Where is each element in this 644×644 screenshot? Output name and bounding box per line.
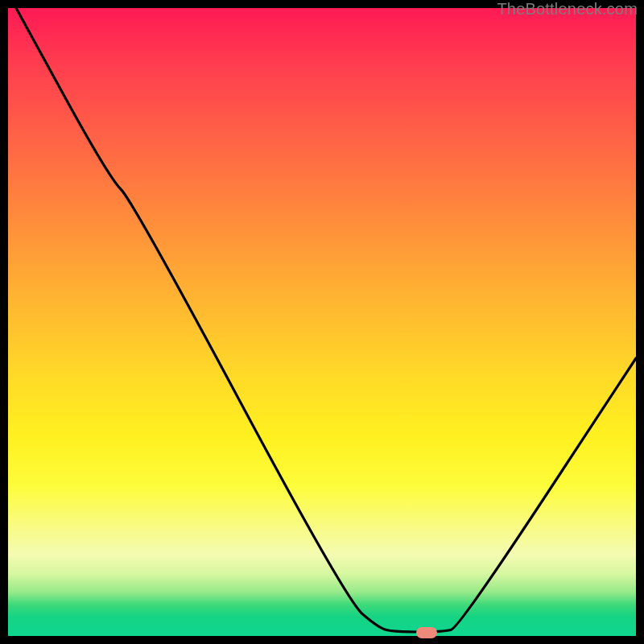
- chart-container: TheBottleneck.com: [0, 0, 644, 644]
- optimal-marker: [416, 627, 437, 638]
- bottleneck-curve: [8, 8, 636, 636]
- attribution-text: TheBottleneck.com: [497, 0, 638, 19]
- plot-area: [8, 8, 636, 636]
